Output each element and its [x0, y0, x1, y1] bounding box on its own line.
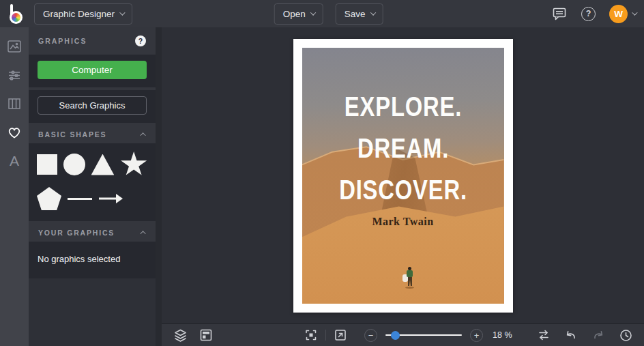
view-controls [302, 326, 349, 344]
rail-item-graphics[interactable] [5, 123, 24, 142]
app-mode-menu[interactable]: Graphic Designer [34, 3, 132, 25]
chevron-up-icon [140, 132, 145, 138]
rail-item-layout[interactable] [5, 94, 24, 113]
open-fullscreen-icon [334, 328, 347, 342]
befunky-logo-icon[interactable] [10, 3, 25, 24]
design-poster[interactable]: EXPLORE. DREAM. DISCOVER. Mark Twain [293, 39, 513, 313]
chevron-down-icon [119, 10, 125, 15]
arrow-right-icon [98, 193, 123, 204]
chevron-down-icon [310, 10, 316, 15]
zoom-controls: − + 18 % [364, 329, 517, 342]
tool-rail: A [0, 27, 29, 346]
panel-title: GRAPHICS [38, 37, 87, 45]
your-graphics-empty: No graphics selected [29, 242, 156, 278]
graphics-panel: GRAPHICS ? Computer Search Graphics BASI… [29, 27, 156, 346]
heart-icon [7, 125, 22, 140]
zoom-slider-handle[interactable] [391, 331, 400, 340]
save-button[interactable]: Save [336, 3, 383, 25]
basic-shapes-grid [29, 143, 156, 221]
sliders-icon [7, 68, 22, 83]
app-mode-label: Graphic Designer [43, 9, 115, 19]
layers-icon [173, 328, 188, 343]
open-button[interactable]: Open [274, 3, 323, 25]
bottom-toolbar: − + 18 % [162, 323, 644, 346]
canvas-column: EXPLORE. DREAM. DISCOVER. Mark Twain [162, 27, 644, 346]
zoom-slider[interactable] [385, 329, 462, 342]
computer-upload-button[interactable]: Computer [38, 61, 147, 79]
canvas-area[interactable]: EXPLORE. DREAM. DISCOVER. Mark Twain [162, 27, 644, 323]
text-tool-icon: A [10, 153, 19, 169]
columns-icon [7, 96, 22, 111]
swap-icon [537, 328, 551, 342]
zoom-percentage: 18 % [493, 330, 517, 340]
chevron-down-icon [370, 10, 376, 15]
template-icon [199, 328, 213, 342]
redo-icon [591, 328, 605, 342]
feedback-button[interactable] [551, 5, 568, 22]
shape-star[interactable] [120, 152, 147, 177]
search-block: Search Graphics [29, 90, 156, 123]
chevron-down-icon [632, 10, 637, 15]
topbar-right: ? W [551, 5, 636, 23]
undo-button[interactable] [562, 326, 580, 344]
account-menu[interactable]: W [609, 5, 636, 23]
your-graphics-header[interactable]: YOUR GRAPHICS [29, 224, 156, 242]
fit-to-screen-button[interactable] [302, 326, 320, 344]
zoom-in-button[interactable]: + [470, 329, 483, 342]
chat-bubble-icon [551, 5, 568, 22]
panel-help-icon[interactable]: ? [135, 35, 146, 46]
fit-screen-icon [304, 328, 318, 342]
headline-line: DISCOVER. [322, 169, 484, 211]
main-area: A GRAPHICS ? Computer Search Graphics BA… [0, 27, 644, 346]
app-window: Graphic Designer Open Save [0, 0, 644, 346]
shape-arrow[interactable] [98, 193, 123, 204]
poster-headline[interactable]: EXPLORE. DREAM. DISCOVER. [322, 86, 484, 211]
switch-template-button[interactable] [535, 326, 553, 344]
rail-item-adjust[interactable] [5, 66, 24, 85]
template-manager-button[interactable] [197, 326, 215, 344]
walking-person-figure [404, 267, 415, 291]
headline-line: DREAM. [322, 128, 484, 169]
undo-icon [564, 328, 578, 342]
shape-triangle[interactable] [91, 154, 115, 175]
poster-photo: EXPLORE. DREAM. DISCOVER. Mark Twain [302, 48, 504, 304]
panel-header: GRAPHICS ? [29, 27, 156, 55]
zoom-out-button[interactable]: − [364, 329, 377, 342]
headline-line: EXPLORE. [322, 86, 484, 128]
help-button[interactable]: ? [581, 7, 596, 21]
redo-button[interactable] [589, 326, 607, 344]
rail-item-text[interactable]: A [5, 152, 24, 171]
fullscreen-button[interactable] [332, 326, 349, 344]
upload-block: Computer [29, 55, 156, 87]
empty-message: No graphics selected [38, 254, 120, 264]
clock-history-icon [619, 328, 633, 343]
panel-canvas-divider [156, 27, 162, 346]
layers-button[interactable] [171, 326, 189, 344]
shape-line[interactable] [68, 198, 92, 200]
history-button[interactable] [617, 326, 634, 344]
image-icon [7, 39, 22, 54]
basic-shapes-header[interactable]: BASIC SHAPES [29, 126, 156, 143]
search-graphics-button[interactable]: Search Graphics [38, 96, 147, 115]
history-controls [535, 326, 634, 344]
rail-item-image[interactable] [5, 37, 24, 56]
shape-pentagon[interactable] [37, 187, 61, 210]
poster-author[interactable]: Mark Twain [302, 216, 504, 228]
topbar: Graphic Designer Open Save [0, 0, 644, 27]
shape-circle[interactable] [63, 154, 85, 175]
file-actions: Open Save [274, 3, 383, 25]
avatar: W [609, 5, 628, 23]
chevron-up-icon [140, 231, 145, 236]
question-mark-icon: ? [581, 7, 596, 21]
shape-square[interactable] [37, 154, 57, 175]
